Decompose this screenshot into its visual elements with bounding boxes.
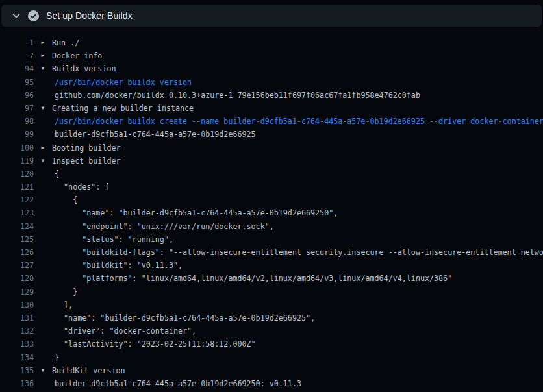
group-toggle-icon: ▼ [34, 102, 52, 115]
line-number[interactable]: 97 [0, 102, 34, 115]
log-text: builder-d9cfb5a1-c764-445a-a57e-0b19d2e6… [55, 128, 543, 141]
group-toggle-icon [34, 377, 55, 390]
line-number[interactable]: 135 [0, 364, 34, 377]
group-toggle-icon [34, 220, 55, 233]
log-text: Buildx version [52, 62, 543, 75]
line-number[interactable]: 120 [0, 167, 34, 180]
group-toggle-icon [34, 128, 55, 141]
log-text: "name": "builder-d9cfb5a1-c764-445a-a57e… [55, 312, 543, 325]
chevron-down-icon[interactable] [12, 11, 21, 20]
line-number[interactable]: 95 [0, 76, 34, 89]
log-line: 125 "status": "running", [0, 233, 543, 246]
log-line: 136 builder-d9cfb5a1-c764-445a-a57e-0b19… [0, 377, 543, 390]
log-text: Docker info [52, 49, 543, 62]
line-number[interactable]: 134 [0, 351, 34, 364]
line-number[interactable]: 132 [0, 325, 34, 337]
log-line: 95 /usr/bin/docker buildx version [0, 76, 543, 89]
log-line: 129 } [0, 286, 543, 299]
line-number[interactable]: 96 [0, 89, 34, 102]
log-text: BuildKit version [52, 364, 543, 377]
log-line: 124 "endpoint": "unix:///var/run/docker.… [0, 220, 543, 233]
group-toggle-icon [34, 115, 55, 128]
line-number[interactable]: 100 [0, 141, 34, 154]
log-text: /usr/bin/docker buildx version [55, 76, 543, 89]
log-text: "endpoint": "unix:///var/run/docker.sock… [55, 220, 543, 233]
line-number[interactable]: 133 [0, 337, 34, 350]
log-group-line[interactable]: 97 ▼ Creating a new builder instance [0, 102, 543, 115]
log-text: Run ./ [52, 36, 543, 49]
group-toggle-icon: ▶ [34, 141, 52, 154]
group-toggle-icon [34, 286, 55, 299]
log-group-line[interactable]: 100 ▶ Booting builder [0, 141, 543, 154]
log-line: 127 "buildkit": "v0.11.3", [0, 259, 543, 272]
line-number[interactable]: 131 [0, 312, 34, 325]
log-line: 128 "platforms": "linux/amd64,linux/amd6… [0, 272, 543, 285]
log-text: "lastActivity": "2023-02-25T11:58:12.000… [55, 337, 543, 350]
group-toggle-icon [34, 89, 55, 102]
line-number[interactable]: 99 [0, 128, 34, 141]
line-number[interactable]: 130 [0, 299, 34, 312]
line-number[interactable]: 7 [0, 49, 34, 62]
log-line: 96 github.com/docker/buildx 0.10.3+azure… [0, 89, 543, 102]
step-title: Set up Docker Buildx [46, 10, 133, 21]
group-toggle-icon: ▼ [34, 154, 52, 167]
log-line: 130 ], [0, 299, 543, 312]
log-text: "nodes": [ [55, 180, 543, 193]
log-text: Inspect builder [52, 154, 543, 167]
group-toggle-icon [34, 337, 55, 350]
group-toggle-icon [34, 180, 55, 193]
log-line: 120 { [0, 167, 543, 180]
line-number[interactable]: 127 [0, 259, 34, 272]
line-number[interactable]: 122 [0, 193, 34, 206]
log-line: 123 "name": "builder-d9cfb5a1-c764-445a-… [0, 206, 543, 219]
log-text: } [55, 351, 543, 364]
group-toggle-icon [34, 167, 55, 180]
line-number[interactable]: 128 [0, 272, 34, 285]
check-circle-icon [28, 10, 39, 21]
group-toggle-icon: ▶ [34, 49, 52, 62]
log-line: 99 builder-d9cfb5a1-c764-445a-a57e-0b19d… [0, 128, 543, 141]
log-text: ], [55, 299, 543, 312]
group-toggle-icon [34, 206, 55, 219]
line-number[interactable]: 124 [0, 220, 34, 233]
log-line: 132 "driver": "docker-container", [0, 325, 543, 337]
log-group-line[interactable]: 119 ▼ Inspect builder [0, 154, 543, 167]
line-number[interactable]: 123 [0, 206, 34, 219]
group-toggle-icon [34, 351, 55, 364]
group-toggle-icon [34, 233, 55, 246]
log-group-line[interactable]: 135 ▼ BuildKit version [0, 364, 543, 377]
line-number[interactable]: 126 [0, 246, 34, 259]
line-number[interactable]: 1 [0, 36, 34, 49]
line-number[interactable]: 98 [0, 115, 34, 128]
line-number[interactable]: 129 [0, 286, 34, 299]
group-toggle-icon [34, 246, 55, 259]
log-text: } [55, 286, 543, 299]
log-group-line[interactable]: 7 ▶ Docker info [0, 49, 543, 62]
log-group-line[interactable]: 94 ▼ Buildx version [0, 62, 543, 75]
log-text: "driver": "docker-container", [55, 325, 543, 337]
log-group-line[interactable]: 1 ▶ Run ./ [0, 36, 543, 49]
log-text: { [55, 167, 543, 180]
group-toggle-icon [34, 259, 55, 272]
line-number[interactable]: 94 [0, 62, 34, 75]
log-text: { [55, 193, 543, 206]
log-text: /usr/bin/docker buildx create --name bui… [55, 115, 543, 128]
log-line: 126 "buildkitd-flags": "--allow-insecure… [0, 246, 543, 259]
line-number[interactable]: 125 [0, 233, 34, 246]
log-text: "platforms": "linux/amd64,linux/amd64/v2… [55, 272, 543, 285]
log-text: Booting builder [52, 141, 543, 154]
group-toggle-icon: ▼ [34, 364, 52, 377]
line-number[interactable]: 136 [0, 377, 34, 390]
line-number[interactable]: 121 [0, 180, 34, 193]
group-toggle-icon: ▼ [34, 62, 52, 75]
log-line: 122 { [0, 193, 543, 206]
log-line: 133 "lastActivity": "2023-02-25T11:58:12… [0, 337, 543, 350]
log-text: Creating a new builder instance [52, 102, 543, 115]
log-text: "buildkit": "v0.11.3", [55, 259, 543, 272]
log-line: 121 "nodes": [ [0, 180, 543, 193]
line-number[interactable]: 119 [0, 154, 34, 167]
group-toggle-icon [34, 193, 55, 206]
group-toggle-icon: ▶ [34, 36, 52, 49]
group-toggle-icon [34, 312, 55, 325]
step-header[interactable]: Set up Docker Buildx [1, 5, 542, 27]
